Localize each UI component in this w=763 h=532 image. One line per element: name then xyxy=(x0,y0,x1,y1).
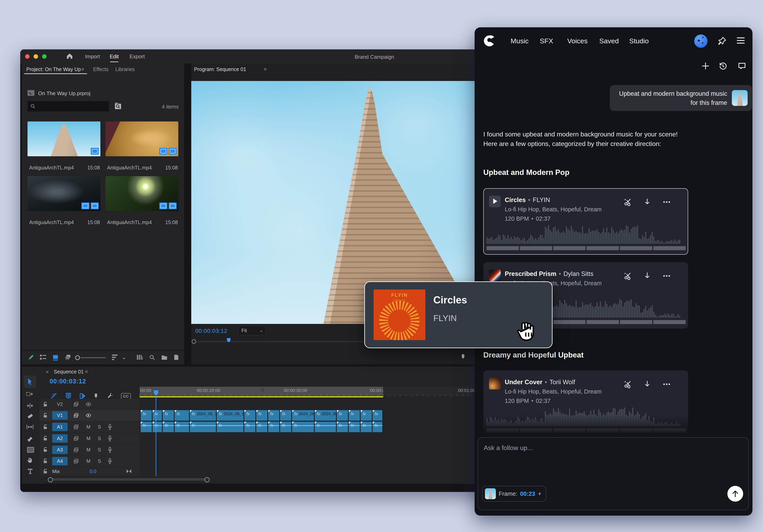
fx-badge[interactable]: fx xyxy=(294,423,297,428)
fx-badge[interactable]: fx xyxy=(339,411,342,416)
fx-badge[interactable]: fx xyxy=(363,423,366,428)
mic-icon[interactable] xyxy=(107,447,112,453)
tab-edit[interactable]: Edit xyxy=(110,53,119,60)
clip-thumbnail-water[interactable] xyxy=(28,176,100,211)
tab-project[interactable]: Project: On The Way Up xyxy=(26,66,81,72)
fx-badge[interactable]: fx xyxy=(294,411,297,416)
nav-music[interactable]: Music xyxy=(511,37,529,45)
mute-button[interactable]: M xyxy=(86,424,90,430)
ai-trim-scissors-icon[interactable] xyxy=(623,198,632,206)
audio-clip[interactable]: fx xyxy=(141,421,152,432)
close-sequence-icon[interactable]: × xyxy=(46,369,49,375)
epidemic-sound-logo[interactable] xyxy=(484,35,495,47)
fx-badge[interactable]: fx xyxy=(351,411,354,416)
fx-badge[interactable]: fx xyxy=(375,411,378,416)
home-icon[interactable] xyxy=(66,53,73,60)
video-clip[interactable]: fx xyxy=(337,410,348,421)
mute-button[interactable]: M xyxy=(86,436,90,441)
track-card-circles[interactable]: Circles•FLYIN Lo-fi Hip Hop, Beats, Hope… xyxy=(483,188,688,255)
bin-name[interactable]: On The Way Up.prproj xyxy=(38,90,90,97)
frame-chip-add-icon[interactable]: + xyxy=(538,490,541,497)
download-icon[interactable] xyxy=(643,380,652,389)
download-icon[interactable] xyxy=(643,271,652,280)
scrubber-zoom-handle[interactable] xyxy=(192,339,196,344)
download-icon[interactable] xyxy=(643,198,652,206)
nav-saved[interactable]: Saved xyxy=(599,37,619,45)
source-patch-icon[interactable] xyxy=(73,436,79,441)
solo-button[interactable]: S xyxy=(98,447,101,453)
clip-name[interactable]: AntiguaArchTL.mp4 xyxy=(29,165,74,171)
album-art[interactable] xyxy=(489,269,501,281)
track-label[interactable]: A3 xyxy=(52,446,67,454)
timeline-settings-wrench-icon[interactable] xyxy=(107,392,114,399)
video-clip[interactable]: fx xyxy=(163,410,174,421)
audio-clip[interactable]: fx xyxy=(292,421,314,432)
menu-icon[interactable] xyxy=(737,38,745,44)
video-clip[interactable]: fx xyxy=(256,410,268,421)
mix-gain-value[interactable]: 0.0 xyxy=(90,469,96,474)
fx-badge[interactable]: fx xyxy=(351,423,354,428)
fx-badge[interactable]: fx xyxy=(143,411,146,416)
video-clip[interactable]: fx2024_08_14 xyxy=(190,410,216,421)
fx-badge[interactable]: fx xyxy=(363,411,366,416)
zoom-level-select[interactable]: Fit ⌄ xyxy=(238,326,266,335)
tab-libraries[interactable]: Libraries xyxy=(115,66,135,72)
fx-badge[interactable]: fx xyxy=(155,423,158,428)
timeline-ruler-empty[interactable]: 00:01:00:00 xyxy=(383,387,473,396)
fx-badge[interactable]: fx xyxy=(282,411,285,416)
audio-clip[interactable]: fx xyxy=(314,421,336,432)
fx-badge[interactable]: fx xyxy=(246,411,250,416)
search-bin-icon[interactable] xyxy=(114,102,122,110)
audio-clip[interactable]: fx xyxy=(361,421,372,432)
fx-badge[interactable]: fx xyxy=(219,411,222,416)
lock-icon[interactable] xyxy=(43,447,48,452)
fx-badge[interactable]: fx xyxy=(375,423,378,428)
mute-button[interactable]: M xyxy=(86,458,90,464)
track-label[interactable]: V2 xyxy=(52,400,67,408)
fx-badge[interactable]: fx xyxy=(246,423,250,428)
video-clip[interactable]: fx2024_08_14 xyxy=(292,410,314,421)
segment-bar[interactable] xyxy=(487,246,686,250)
track-label[interactable]: A2 xyxy=(52,434,67,443)
maximize-window-button[interactable] xyxy=(42,54,47,59)
dragged-track-card[interactable]: FLYIN CIRCLES Circles FLYIN xyxy=(364,281,553,348)
mic-icon[interactable] xyxy=(107,458,112,464)
snap-magnet-icon[interactable] xyxy=(65,392,72,400)
solo-button[interactable]: S xyxy=(98,458,101,464)
fx-badge[interactable]: fx xyxy=(339,423,342,428)
lock-icon[interactable] xyxy=(43,469,48,474)
more-options-icon[interactable] xyxy=(662,198,671,206)
type-tool[interactable] xyxy=(27,468,33,474)
bin-up-icon[interactable] xyxy=(28,90,35,96)
video-clip[interactable]: fx xyxy=(280,410,291,421)
more-options-icon[interactable] xyxy=(662,380,671,389)
lock-icon[interactable] xyxy=(43,424,48,430)
audio-clip[interactable]: fx xyxy=(244,421,256,432)
fx-badge[interactable]: fx xyxy=(143,423,146,428)
audio-clip[interactable]: fx xyxy=(163,421,174,432)
clip-name[interactable]: AntiguaArchTL.mp4 xyxy=(107,219,152,225)
scroll-handle-right[interactable] xyxy=(204,477,210,482)
mute-button[interactable]: M xyxy=(86,447,90,453)
audio-clip[interactable]: fx xyxy=(373,421,382,432)
tab-effects[interactable]: Effects xyxy=(93,66,108,72)
freeform-view-icon[interactable] xyxy=(65,354,72,361)
clip-thumbnail-wheat[interactable] xyxy=(105,122,178,156)
sort-chevron-icon[interactable]: ⌄ xyxy=(121,354,127,361)
frame-chip-time[interactable]: 00:23 xyxy=(520,490,535,497)
toggle-track-eye-icon[interactable] xyxy=(86,402,91,407)
search-input[interactable] xyxy=(28,101,109,111)
fx-badge[interactable]: fx xyxy=(258,423,262,428)
find-icon[interactable] xyxy=(149,354,156,361)
track-card-under-cover[interactable]: Under Cover•Torii Wolf Lo-fi Hip Hop, Be… xyxy=(483,371,688,437)
source-patch-icon[interactable] xyxy=(73,413,79,418)
send-button[interactable] xyxy=(727,486,743,502)
timeline-timecode[interactable]: 00:00:03:12 xyxy=(50,378,86,385)
icon-view-icon[interactable] xyxy=(52,354,59,361)
fx-badge[interactable]: fx xyxy=(177,423,180,428)
zoom-slider[interactable] xyxy=(75,355,107,360)
audio-clip[interactable]: fx xyxy=(337,421,348,432)
audio-clip[interactable]: fx xyxy=(217,421,244,432)
nav-studio[interactable]: Studio xyxy=(629,37,649,45)
tab-sequence[interactable]: Sequence 01 xyxy=(54,369,84,375)
